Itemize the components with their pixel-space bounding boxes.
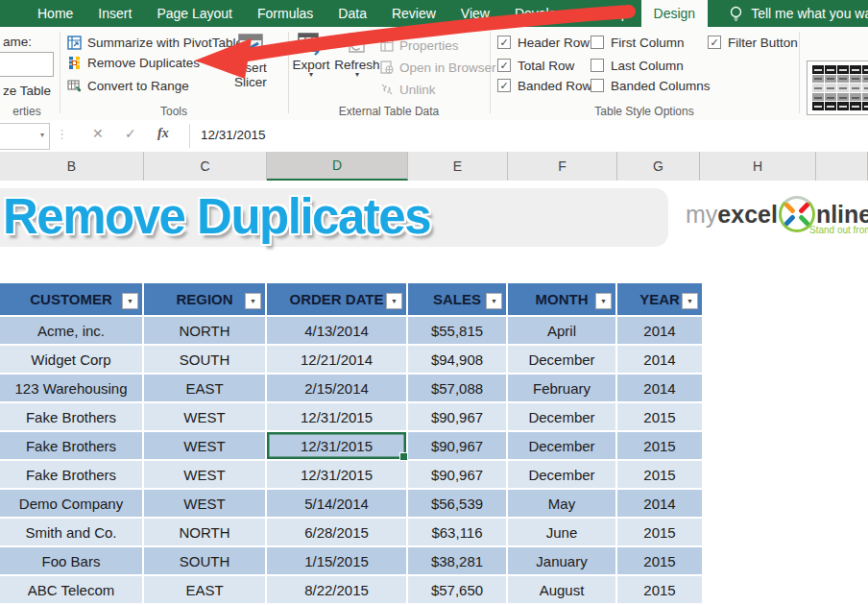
cell[interactable]: $90,967 — [408, 403, 508, 432]
tab-data[interactable]: Data — [326, 0, 379, 27]
column-header-c[interactable]: C — [144, 152, 267, 181]
tab-design[interactable]: Design — [641, 0, 709, 27]
filter-dropdown-button[interactable]: ▼ — [486, 293, 502, 309]
cell[interactable]: WEST — [144, 461, 267, 490]
filter-dropdown-button[interactable]: ▼ — [386, 293, 402, 309]
column-header-h[interactable]: H — [700, 152, 816, 181]
filter-dropdown-button[interactable]: ▼ — [245, 293, 261, 309]
checkbox[interactable]: ✓ — [497, 36, 511, 49]
cell[interactable]: 2014 — [617, 317, 704, 346]
option-filter-button[interactable]: ✓Filter Button — [708, 35, 798, 50]
filter-dropdown-button[interactable]: ▼ — [682, 293, 698, 309]
cell[interactable]: 12/31/2015 — [267, 461, 408, 490]
cell[interactable]: $94,908 — [408, 346, 508, 375]
column-header-b[interactable]: B — [0, 152, 144, 181]
cell[interactable]: Fake Brothers — [0, 432, 144, 461]
insert-function-button[interactable]: fx — [157, 126, 169, 141]
cell[interactable]: 12/31/2015 — [267, 432, 408, 461]
cell[interactable]: 8/22/2015 — [267, 576, 408, 605]
cell[interactable]: EAST — [144, 375, 267, 403]
cell[interactable]: 12/31/2015 — [267, 403, 408, 432]
cell[interactable]: ABC Telecom — [0, 576, 144, 605]
tab-page-layout[interactable]: Page Layout — [144, 0, 245, 27]
column-header-d[interactable]: D — [267, 152, 408, 181]
option-banded-rows[interactable]: ✓Banded Rows — [497, 78, 598, 93]
cell[interactable]: EAST — [144, 576, 267, 605]
cell[interactable]: 12/21/2014 — [267, 346, 408, 375]
cell[interactable]: $90,967 — [408, 432, 508, 461]
cell[interactable]: 2015 — [617, 576, 704, 605]
tab-insert[interactable]: Insert — [85, 0, 144, 27]
cell[interactable]: April — [508, 317, 617, 346]
cell[interactable]: June — [508, 519, 617, 547]
cell[interactable]: 2014 — [617, 490, 704, 519]
cell[interactable]: August — [508, 576, 617, 605]
column-header-blank[interactable] — [816, 152, 868, 181]
cell[interactable]: 2015 — [617, 432, 704, 461]
tab-home[interactable]: Home — [25, 0, 85, 27]
cell[interactable]: December — [508, 461, 617, 490]
refresh-button[interactable]: Refresh ▾ — [334, 33, 380, 78]
cell[interactable]: $63,116 — [408, 519, 508, 547]
checkbox[interactable]: ✓ — [497, 79, 511, 92]
option-total-row[interactable]: ✓Total Row — [497, 58, 574, 73]
cell[interactable]: $56,539 — [408, 490, 508, 519]
filter-dropdown-button[interactable]: ▼ — [122, 293, 138, 309]
summarize-with-pivottable-button[interactable]: Summarize with PivotTable — [67, 34, 243, 51]
cell[interactable]: 2015 — [617, 403, 704, 432]
cell[interactable]: SOUTH — [144, 346, 267, 375]
cell[interactable]: 4/13/2014 — [267, 317, 408, 346]
table-name-input[interactable] — [0, 52, 54, 77]
cell[interactable]: December — [508, 346, 617, 375]
cell[interactable]: $55,815 — [408, 317, 508, 346]
checkbox[interactable]: ✓ — [708, 36, 721, 49]
tab-developer[interactable]: Developer — [502, 0, 589, 27]
tab-formulas[interactable]: Formulas — [245, 0, 326, 27]
cell[interactable]: 2015 — [617, 547, 704, 576]
cell[interactable]: SOUTH — [144, 547, 267, 576]
cell[interactable]: Demo Company — [0, 490, 144, 519]
cell[interactable]: 123 Warehousing — [0, 375, 144, 403]
tab-help[interactable]: Help — [589, 0, 641, 27]
column-header-f[interactable]: F — [508, 152, 617, 181]
cell[interactable]: 6/28/2015 — [267, 519, 408, 547]
cell[interactable]: December — [508, 403, 617, 432]
cell[interactable]: 5/14/2014 — [267, 490, 408, 519]
tab-view[interactable]: View — [448, 0, 502, 27]
option-first-column[interactable]: First Column — [591, 35, 685, 50]
option-header-row[interactable]: ✓Header Row — [497, 35, 590, 50]
export-button[interactable]: Export ▾ — [290, 33, 332, 78]
cell[interactable]: 1/15/2015 — [267, 547, 408, 576]
cell[interactable]: 2/15/2014 — [267, 375, 408, 403]
remove-duplicates-button[interactable]: Remove Duplicates — [67, 54, 200, 71]
cell[interactable]: $57,088 — [408, 375, 508, 403]
formula-bar-value[interactable]: 12/31/2015 — [201, 128, 266, 142]
confirm-entry-button[interactable]: ✓ — [125, 126, 136, 141]
cell[interactable]: WEST — [144, 490, 267, 519]
cell[interactable]: February — [508, 375, 617, 403]
tab-review[interactable]: Review — [379, 0, 448, 27]
cell[interactable]: WEST — [144, 432, 267, 461]
option-last-column[interactable]: Last Column — [591, 58, 684, 73]
checkbox[interactable] — [591, 79, 604, 92]
cell[interactable]: Fake Brothers — [0, 461, 144, 490]
column-header-e[interactable]: E — [408, 152, 508, 181]
cell[interactable]: Fake Brothers — [0, 403, 144, 432]
cell[interactable]: NORTH — [144, 317, 267, 346]
cell[interactable]: December — [508, 432, 617, 461]
name-box[interactable]: ▾ — [0, 123, 50, 150]
cell[interactable]: $90,967 — [408, 461, 508, 490]
column-header-g[interactable]: G — [617, 152, 700, 181]
cell[interactable]: January — [508, 547, 617, 576]
cell[interactable]: NORTH — [144, 519, 267, 547]
cell[interactable]: $38,281 — [408, 547, 508, 576]
cell[interactable]: $57,650 — [408, 576, 508, 605]
cell[interactable]: 2014 — [617, 346, 704, 375]
cell[interactable]: 2015 — [617, 461, 704, 490]
cell[interactable]: WEST — [144, 403, 267, 432]
cell[interactable]: 2015 — [617, 519, 704, 547]
insert-slicer-button[interactable]: Insert Slicer — [227, 33, 275, 89]
resize-table-button[interactable]: ze Table — [3, 82, 51, 99]
cell[interactable]: Acme, inc. — [0, 317, 144, 346]
cell[interactable]: Smith and Co. — [0, 519, 144, 547]
